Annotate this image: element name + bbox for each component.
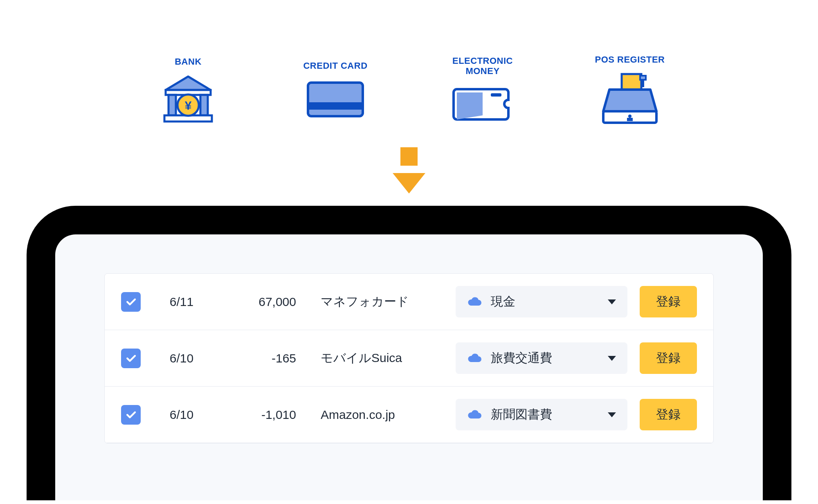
svg-rect-10 [622, 74, 641, 90]
transaction-amount: 67,000 [222, 295, 296, 309]
svg-rect-12 [642, 80, 644, 87]
transaction-amount: -165 [222, 351, 296, 365]
transaction-description: Amazon.co.jp [308, 408, 443, 422]
cloud-icon [467, 353, 482, 364]
transaction-amount: -1,010 [222, 408, 296, 422]
chevron-down-icon [608, 299, 616, 304]
source-pos-register-label: POS REGISTER [595, 54, 665, 65]
svg-rect-11 [640, 76, 646, 80]
svg-marker-0 [166, 76, 211, 90]
svg-rect-9 [491, 93, 501, 97]
transaction-date: 6/10 [153, 408, 210, 422]
svg-rect-2 [169, 95, 176, 115]
register-button[interactable]: 登録 [640, 286, 697, 317]
source-bank-label: BANK [175, 56, 202, 67]
device-screen: 6/11 67,000 マネフォカード 現金 登録 6/10 -1 [55, 234, 763, 500]
transactions-table: 6/11 67,000 マネフォカード 現金 登録 6/10 -1 [104, 273, 714, 443]
register-button[interactable]: 登録 [640, 342, 697, 374]
source-credit-card: CREDIT CARD [278, 33, 393, 147]
source-credit-card-label: CREDIT CARD [303, 61, 367, 71]
register-button[interactable]: 登録 [640, 399, 697, 430]
svg-point-14 [628, 115, 631, 118]
chevron-down-icon [608, 356, 616, 361]
electronic-money-icon [452, 83, 513, 124]
data-sources-row: BANK ¥ CREDIT CARD ELECTRONIC MONEY [0, 0, 818, 147]
device-frame: 6/11 67,000 マネフォカード 現金 登録 6/10 -1 [27, 206, 791, 500]
cloud-icon [467, 410, 482, 420]
category-value: 旅費交通費 [491, 350, 552, 367]
cloud-icon [467, 297, 482, 307]
category-value: 新聞図書費 [491, 406, 552, 423]
source-electronic-money: ELECTRONIC MONEY [425, 33, 540, 147]
pos-register-icon [599, 72, 661, 126]
source-bank: BANK ¥ [131, 33, 245, 147]
transaction-description: モバイルSuica [308, 350, 443, 367]
transaction-description: マネフォカード [308, 293, 443, 310]
transaction-date: 6/10 [153, 351, 210, 365]
category-value: 現金 [491, 293, 515, 310]
svg-text:¥: ¥ [185, 99, 192, 112]
table-row: 6/11 67,000 マネフォカード 現金 登録 [105, 274, 713, 330]
svg-rect-15 [627, 118, 633, 121]
svg-rect-7 [308, 83, 363, 116]
table-row: 6/10 -165 モバイルSuica 旅費交通費 登録 [105, 330, 713, 387]
transaction-date: 6/11 [153, 295, 210, 309]
category-select[interactable]: 新聞図書費 [456, 399, 627, 430]
svg-rect-8 [308, 102, 363, 110]
source-pos-register: POS REGISTER [573, 33, 687, 147]
row-checkbox[interactable] [121, 349, 141, 368]
table-row: 6/10 -1,010 Amazon.co.jp 新聞図書費 登録 [105, 387, 713, 443]
source-electronic-money-label: ELECTRONIC MONEY [452, 56, 513, 76]
bank-icon: ¥ [160, 74, 217, 124]
row-checkbox[interactable] [121, 292, 141, 312]
svg-rect-3 [200, 95, 208, 115]
chevron-down-icon [608, 412, 616, 417]
arrow-down-icon [0, 151, 818, 194]
credit-card-icon [305, 79, 366, 119]
category-select[interactable]: 現金 [456, 286, 627, 317]
row-checkbox[interactable] [121, 405, 141, 425]
category-select[interactable]: 旅費交通費 [456, 342, 627, 374]
